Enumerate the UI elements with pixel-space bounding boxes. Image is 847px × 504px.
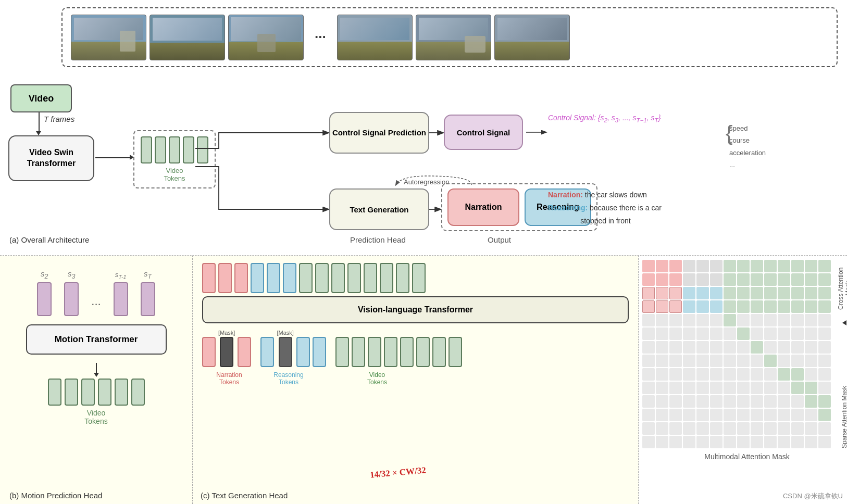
signal-col-st1: sT-1 (114, 271, 128, 316)
signal-col-st: sT (141, 269, 155, 316)
text-gen-arch-label: (c) Text Generation Head (201, 491, 288, 500)
token-bar (141, 136, 152, 163)
motion-transformer-box: Motion Transformer (26, 324, 167, 355)
multimodal-label: Multimodal Attention Mask (704, 452, 789, 461)
overall-arch-label: (a) Overall Architecture (9, 235, 89, 244)
token-bar (155, 136, 166, 163)
text-gen-section: Vision-language Transformer [Mask] (193, 256, 639, 504)
video-frames-container: ··· (61, 7, 838, 67)
vision-lang-box: Vision-language Transformer (202, 296, 629, 323)
mask-label-1: [Mask] (218, 330, 235, 336)
swin-transformer-box: Video SwinTransformer (8, 135, 94, 181)
video-tokens-group: VideoTokens (133, 130, 216, 188)
pred-head-label: Prediction Head (350, 235, 406, 244)
t-frames-label: T frames (44, 115, 74, 123)
signal-col-s2: s2 (37, 269, 52, 316)
video-frame (416, 15, 491, 60)
motion-section: s2 s3 ··· sT-1 sT Motion (0, 256, 193, 504)
cross-attention-label: Cross Attention Mask (837, 260, 847, 317)
arrow-swin-tokens (95, 157, 131, 158)
token-bar (169, 136, 180, 163)
arrow-video-down (39, 112, 40, 132)
handwritten-annotation: 14/32 × CW/32 (369, 465, 426, 480)
signal-col-s3: s3 (64, 269, 79, 316)
motion-arch-label: (b) Motion Prediction Head (9, 491, 102, 500)
mask-label-2: [Mask] (277, 330, 293, 336)
video-frame (71, 15, 146, 60)
video-box: Video (10, 84, 72, 112)
token-bar (183, 136, 194, 163)
video-frame (228, 15, 304, 60)
narration-box: Narration (447, 188, 519, 226)
ctrl-signal-prediction-box: Control Signal Prediction (329, 112, 429, 154)
csdn-watermark: CSDN @米硫拿铁U (783, 492, 843, 501)
video-frame (337, 15, 413, 60)
video-frame (150, 15, 225, 60)
attention-grid (642, 260, 831, 448)
video-tokens-bottom-label: VideoTokens (9, 409, 183, 425)
video-tokens-label: VideoTokens (141, 167, 208, 182)
text-gen-box: Text Generation (329, 188, 429, 230)
video-frame (494, 15, 570, 60)
output-section-label: Output (488, 235, 511, 244)
token-bar (197, 136, 208, 163)
narr-reason-desc: Narration: the car slows down Reasoning:… (548, 188, 662, 228)
ellipsis: ··· (307, 29, 334, 45)
bottom-section: s2 s3 ··· sT-1 sT Motion (0, 255, 847, 504)
ctrl-signal-formula: Control Signal: {s2, s3, ..., sT−1, sT} (548, 114, 661, 123)
ctrl-signal-output-box: Control Signal (444, 115, 523, 150)
ctrl-signal-attrs: speedcourseacceleration... (729, 122, 766, 171)
attention-section: Cross Attention Mask Sparse Attention Ma… (639, 256, 847, 504)
sparse-attention-label: Sparse Attention Mask (837, 329, 847, 448)
signal-ellipsis: ··· (91, 297, 101, 316)
